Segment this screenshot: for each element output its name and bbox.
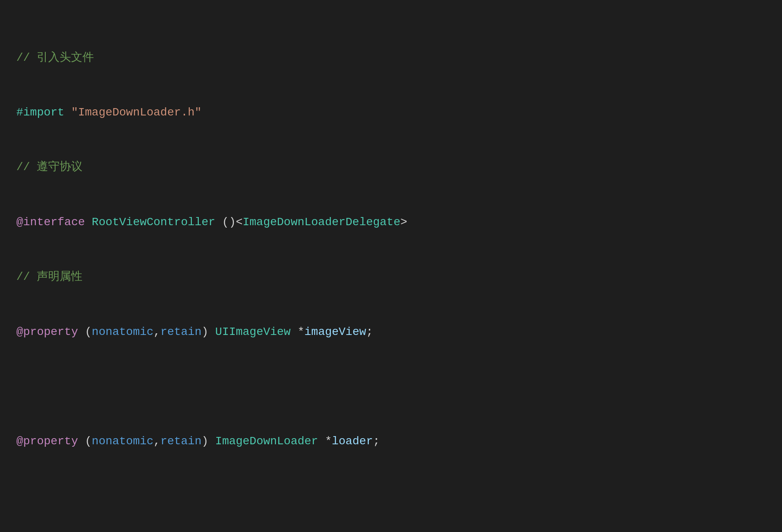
line-comment-import-header: // 引入头文件 — [16, 49, 766, 67]
line-comment-protocol: // 遵守协议 — [16, 158, 766, 177]
line-empty-1 — [16, 378, 766, 396]
code-editor: // 引入头文件 #import "ImageDownLoader.h" // … — [16, 12, 766, 532]
line-empty-2 — [16, 488, 766, 506]
line-import: #import "ImageDownLoader.h" — [16, 104, 766, 122]
line-interface: @interface RootViewController ()<ImageDo… — [16, 213, 766, 232]
line-property-imageview: @property (nonatomic,retain) UIImageView… — [16, 323, 766, 341]
line-comment-property: // 声明属性 — [16, 268, 766, 286]
line-property-loader: @property (nonatomic,retain) ImageDownLo… — [16, 432, 766, 451]
